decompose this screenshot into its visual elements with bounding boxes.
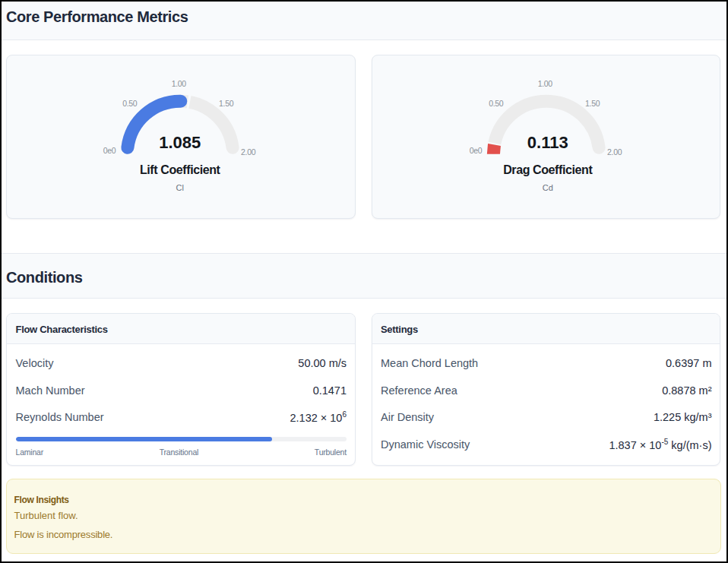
svg-text:1.50: 1.50 [585,99,600,108]
svg-text:1.00: 1.00 [538,79,553,88]
svg-text:1.50: 1.50 [219,99,234,108]
svg-text:0.50: 0.50 [122,99,138,108]
svg-text:1.00: 1.00 [172,79,187,88]
svg-text:0.50: 0.50 [489,99,504,108]
